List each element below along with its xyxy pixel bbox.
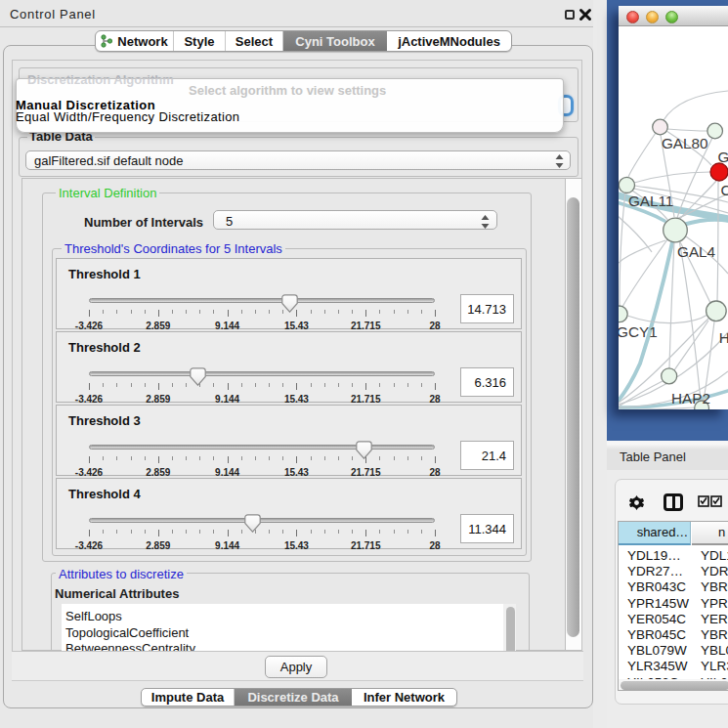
svg-text:GAL80: GAL80 [662, 135, 708, 151]
svg-text:GAL11: GAL11 [628, 193, 674, 209]
svg-text:GAL: GAL [718, 149, 728, 165]
svg-text:H: H [719, 329, 728, 346]
svg-text:GCY1: GCY1 [619, 323, 658, 340]
svg-text:HAP2: HAP2 [671, 390, 710, 407]
svg-text:C: C [721, 182, 728, 198]
svg-text:GAL4: GAL4 [677, 243, 716, 260]
